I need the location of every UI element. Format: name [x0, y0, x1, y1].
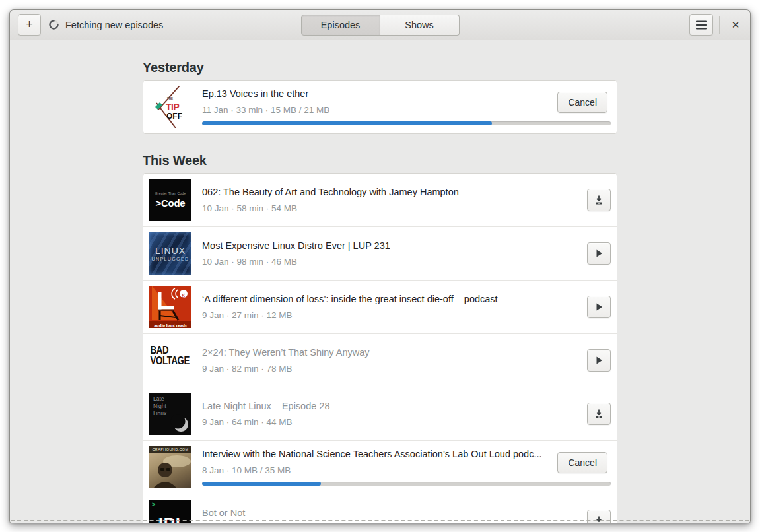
svg-text:g: g: [182, 291, 185, 298]
menu-button[interactable]: [689, 14, 713, 36]
artwork-audio-long-reads: g audio long reads: [149, 286, 191, 328]
episode-row-tip-off[interactable]: THE TIP OFF Ep.13 Voices in the ether 11…: [143, 81, 617, 133]
download-icon: [594, 409, 604, 419]
cancel-download-button[interactable]: Cancel: [557, 452, 607, 473]
header-bar: + Fetching new episodes Episodes Shows: [10, 10, 750, 40]
episode-row-bad-voltage[interactable]: BADVOLTAGE 2×24: They Weren’t That Shiny…: [143, 333, 617, 387]
episode-row-irl[interactable]: > IRL Bot or Not: [143, 494, 617, 523]
episode-title: Ep.13 Voices in the ether: [202, 88, 549, 100]
artwork-irl: > IRL: [149, 500, 191, 523]
scroll-undershoot-indicator: [11, 520, 749, 521]
artwork-craphound: CRAPHOUND.COM: [149, 446, 191, 488]
download-progress-fill: [202, 121, 492, 125]
podcasts-window: + Fetching new episodes Episodes Shows: [9, 9, 751, 523]
episode-row-late-night-linux[interactable]: LateNightLinux Late Night Linux – Episod…: [143, 387, 617, 440]
artwork-label: LateNightLinux: [153, 395, 166, 417]
refresh-spinner-icon: [48, 19, 59, 30]
artwork-label: IRL: [158, 515, 186, 523]
desktop: + Fetching new episodes Episodes Shows: [0, 0, 760, 532]
svg-text:TIP: TIP: [166, 102, 179, 112]
section-title-yesterday: Yesterday: [143, 59, 617, 76]
artwork-label: CRAPHOUND.COM: [149, 446, 191, 453]
artwork-late-night-linux: LateNightLinux: [149, 393, 191, 435]
svg-text:audio long reads: audio long reads: [154, 323, 187, 328]
play-button[interactable]: [587, 296, 611, 318]
artwork-label: LINUX: [155, 246, 186, 256]
episode-meta: 11 Jan · 33 min · 15 MB / 21 MB: [202, 105, 549, 116]
episode-title: Bot or Not: [202, 508, 579, 519]
moon-icon: [170, 413, 191, 434]
svg-text:THE: THE: [167, 97, 173, 100]
episode-meta: 9 Jan · 64 min · 44 MB: [202, 417, 579, 428]
episode-title: Late Night Linux – Episode 28: [202, 401, 579, 412]
tab-shows[interactable]: Shows: [380, 15, 460, 36]
play-icon: [594, 302, 604, 312]
download-progressbar: [202, 482, 611, 486]
episode-title: Most Expensive Linux Distro Ever | LUP 2…: [202, 240, 579, 251]
download-icon: [594, 515, 604, 523]
artwork-label: BADVOLTAGE: [149, 339, 182, 366]
artwork-greater-than-code: Greater Than Code >Code: [149, 179, 191, 221]
section-title-this-week: This Week: [143, 152, 617, 169]
episode-row-audio-long-reads[interactable]: g audio long reads: [143, 280, 617, 333]
artwork-label: Greater Than Code: [155, 191, 186, 195]
download-button[interactable]: [587, 189, 611, 211]
download-progress-fill: [202, 482, 321, 486]
play-button[interactable]: [587, 242, 611, 265]
artwork-label: UNPLUGGED: [152, 257, 190, 261]
play-icon: [594, 355, 604, 366]
artwork-bad-voltage: BADVOLTAGE: [149, 339, 191, 382]
header-right-controls: ✕: [689, 14, 745, 36]
yesterday-card: THE TIP OFF Ep.13 Voices in the ether 11…: [143, 80, 617, 134]
episodes-view: Yesterday THE TIP OFF: [10, 40, 750, 523]
download-progressbar: [202, 121, 611, 125]
episode-meta: 9 Jan · 82 min · 78 MB: [202, 364, 579, 374]
episode-meta: 8 Jan · 10 MB / 35 MB: [202, 465, 549, 476]
add-podcast-button[interactable]: +: [18, 14, 41, 36]
artwork-label: >Code: [156, 197, 186, 209]
episode-title: 062: The Beauty of Art and Technology wi…: [202, 187, 579, 198]
episode-row-craphound[interactable]: CRAPHOUND.COM Interview with the Nationa…: [143, 440, 617, 494]
artwork-label: >: [152, 502, 155, 508]
download-icon: [594, 195, 604, 205]
episode-row-greater-than-code[interactable]: Greater Than Code >Code 062: The Beauty …: [143, 174, 617, 226]
episode-title: 2×24: They Weren’t That Shiny Anyway: [202, 347, 579, 358]
episode-title: Interview with the National Science Teac…: [202, 449, 549, 460]
header-separator: [719, 16, 720, 34]
artwork-linux-unplugged: LINUX UNPLUGGED: [149, 232, 191, 275]
episode-title: ‘A different dimension of loss’: inside …: [202, 294, 579, 305]
artwork-the-tip-off: THE TIP OFF: [149, 86, 191, 128]
tab-episodes[interactable]: Episodes: [301, 15, 380, 36]
download-button[interactable]: [587, 403, 611, 425]
status-text: Fetching new episodes: [65, 20, 163, 30]
close-window-button[interactable]: ✕: [726, 15, 745, 35]
hamburger-icon: [696, 20, 707, 30]
episode-meta: 10 Jan · 58 min · 54 MB: [202, 203, 579, 214]
svg-text:OFF: OFF: [166, 112, 182, 121]
episodes-feed: Yesterday THE TIP OFF: [143, 40, 617, 523]
episode-meta: 10 Jan · 98 min · 46 MB: [202, 257, 579, 267]
play-button[interactable]: [587, 349, 611, 372]
this-week-card: Greater Than Code >Code 062: The Beauty …: [143, 173, 617, 523]
episode-meta: 9 Jan · 27 min · 12 MB: [202, 310, 579, 321]
episode-row-linux-unplugged[interactable]: LINUX UNPLUGGED Most Expensive Linux Dis…: [143, 226, 617, 280]
play-icon: [594, 248, 604, 259]
view-switcher: Episodes Shows: [301, 15, 460, 36]
cancel-download-button[interactable]: Cancel: [557, 92, 607, 113]
